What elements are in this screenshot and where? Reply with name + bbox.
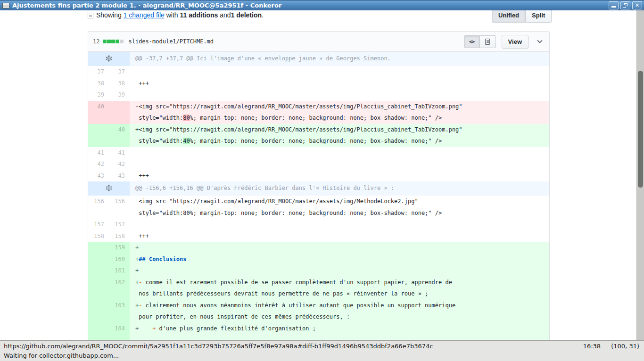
hunk-expand-button[interactable] bbox=[88, 52, 130, 66]
scrollbar-thumb[interactable] bbox=[638, 71, 643, 188]
status-bar: https://github.com/alegrand/RR_MOOC/comm… bbox=[0, 340, 644, 361]
line-number-old[interactable] bbox=[88, 124, 109, 147]
status-url: https://github.com/alegrand/RR_MOOC/comm… bbox=[4, 343, 575, 350]
line-number-old[interactable] bbox=[88, 334, 109, 340]
diffstat-block-add bbox=[103, 40, 107, 43]
line-number-old[interactable]: 39 bbox=[88, 89, 109, 101]
diff-file-icon bbox=[88, 12, 93, 18]
window-titlebar[interactable]: Ajustements fins partie 2 module 1. · al… bbox=[0, 0, 644, 10]
diffstat-block-add bbox=[111, 40, 115, 43]
line-number-new[interactable]: 38 bbox=[109, 78, 130, 90]
code-line: -<img src="https://rawgit.com/alegrand/R… bbox=[130, 101, 549, 124]
unified-view-button[interactable]: Unified bbox=[492, 10, 526, 23]
line-number-new[interactable]: 160 bbox=[109, 254, 130, 265]
code-line: <img src="https://rawgit.com/alegrand/RR… bbox=[130, 196, 549, 219]
line-number-new[interactable]: 43 bbox=[109, 170, 130, 182]
diff-line-row: 40+<img src="https://rawgit.com/alegrand… bbox=[88, 124, 549, 147]
line-number-new[interactable]: 41 bbox=[109, 147, 130, 159]
close-icon: ✕ bbox=[633, 2, 642, 9]
code-line bbox=[130, 219, 549, 230]
window-icon bbox=[2, 3, 9, 8]
view-file-button[interactable]: View bbox=[502, 35, 528, 49]
diff-line-row: 4141 bbox=[88, 147, 549, 159]
line-number-old[interactable] bbox=[88, 277, 109, 300]
diff-line-row: 157157 bbox=[88, 219, 549, 230]
line-number-old[interactable]: 158 bbox=[88, 230, 109, 242]
line-number-new[interactable]: 161 bbox=[109, 265, 130, 277]
line-number-old[interactable]: 38 bbox=[88, 78, 109, 90]
diffstat-blocks bbox=[103, 40, 124, 43]
line-number-new[interactable]: 164 bbox=[109, 323, 130, 335]
diff-hunk-row: @@ -156,6 +156,16 @@ D'après Frédéric Ba… bbox=[88, 181, 549, 196]
diff-hunk-row: @@ -37,7 +37,7 @@ Ici l'image d'une « en… bbox=[88, 52, 549, 66]
code-line: +++ bbox=[130, 170, 549, 182]
diff-line-row: 160+## Conclusions bbox=[88, 254, 549, 265]
unfold-icon bbox=[106, 185, 112, 192]
showing-label: Showing bbox=[96, 11, 122, 19]
hunk-expand-button[interactable] bbox=[88, 181, 130, 196]
line-number-old[interactable] bbox=[88, 242, 109, 254]
status-message: Waiting for collector.githubapp.com... bbox=[4, 352, 119, 359]
diff-view-toggle: Unified Split bbox=[492, 10, 552, 23]
line-number-old[interactable]: 43 bbox=[88, 170, 109, 182]
line-number-new[interactable]: 39 bbox=[109, 89, 130, 101]
rendered-view-button[interactable] bbox=[480, 35, 496, 48]
code-line bbox=[130, 158, 549, 170]
line-number-old[interactable] bbox=[88, 323, 109, 335]
minimize-button[interactable] bbox=[609, 1, 619, 9]
source-view-button[interactable]: <> bbox=[464, 35, 480, 48]
line-number-old[interactable]: 41 bbox=[88, 147, 109, 159]
diff-line-row: 3737 bbox=[88, 66, 549, 78]
line-number-new[interactable]: 163 bbox=[109, 300, 130, 323]
line-number-new[interactable]: 158 bbox=[109, 230, 130, 242]
deletions-count: 1 deletion bbox=[231, 11, 262, 19]
diff-line-row: 162+- comme il est rarement possible de … bbox=[88, 277, 549, 300]
line-number-new[interactable]: 37 bbox=[109, 66, 130, 78]
minimize-icon bbox=[611, 6, 616, 8]
line-number-new[interactable]: 42 bbox=[109, 158, 130, 170]
line-number-old[interactable] bbox=[88, 254, 109, 265]
line-number-new[interactable] bbox=[109, 101, 130, 124]
line-number-old[interactable]: 42 bbox=[88, 158, 109, 170]
file-changes-count: 12 bbox=[93, 38, 99, 45]
line-number-old[interactable]: 157 bbox=[88, 219, 109, 230]
line-number-old[interactable] bbox=[88, 300, 109, 323]
code-line bbox=[130, 89, 549, 101]
code-line bbox=[130, 147, 549, 159]
status-clock: 16:38 bbox=[583, 343, 601, 350]
file-options-dropdown[interactable] bbox=[535, 37, 545, 46]
browser-viewport: Showing 1 changed file with 11 additions… bbox=[0, 10, 644, 340]
split-view-button[interactable]: Split bbox=[526, 10, 552, 23]
close-button[interactable]: ✕ bbox=[632, 1, 642, 9]
line-number-new[interactable]: 40 bbox=[109, 124, 130, 147]
line-number-new[interactable]: 157 bbox=[109, 219, 130, 230]
diff-line-row: 3838 +++ bbox=[88, 78, 549, 90]
code-line bbox=[130, 334, 549, 340]
line-number-new[interactable]: 162 bbox=[109, 277, 130, 300]
diff-table: @@ -37,7 +37,7 @@ Ici l'image d'une « en… bbox=[88, 52, 549, 340]
line-number-new[interactable]: 156 bbox=[109, 196, 130, 219]
diff-line-row: 158158 +++ bbox=[88, 230, 549, 242]
source-code-icon: <> bbox=[469, 39, 474, 45]
diffstat-block-neutral bbox=[120, 40, 124, 43]
line-number-new[interactable] bbox=[109, 334, 130, 340]
code-line: +++ bbox=[130, 230, 549, 242]
window-title: Ajustements fins partie 2 module 1. · al… bbox=[12, 2, 281, 9]
diff-line-row: 4242 bbox=[88, 158, 549, 170]
diff-line-row: 163+- clairement nous avons néanmoins in… bbox=[88, 300, 549, 323]
diff-table-body: @@ -37,7 +37,7 @@ Ici l'image d'une « en… bbox=[88, 52, 549, 340]
maximize-button[interactable] bbox=[620, 1, 630, 9]
code-line: +- clairement nous avons néanmoins intér… bbox=[130, 300, 549, 323]
vertical-scrollbar[interactable] bbox=[636, 10, 644, 340]
line-number-old[interactable]: 156 bbox=[88, 196, 109, 219]
code-line bbox=[130, 66, 549, 78]
code-line: +++ bbox=[130, 78, 549, 90]
unfold-icon bbox=[106, 55, 112, 62]
diffstat-block-add bbox=[116, 40, 119, 43]
line-number-old[interactable]: 37 bbox=[88, 66, 109, 78]
rendered-doc-icon bbox=[485, 39, 490, 45]
line-number-old[interactable]: 40 bbox=[88, 101, 109, 124]
line-number-old[interactable] bbox=[88, 265, 109, 277]
line-number-new[interactable]: 159 bbox=[109, 242, 130, 254]
changed-file-link[interactable]: 1 changed file bbox=[124, 11, 165, 19]
